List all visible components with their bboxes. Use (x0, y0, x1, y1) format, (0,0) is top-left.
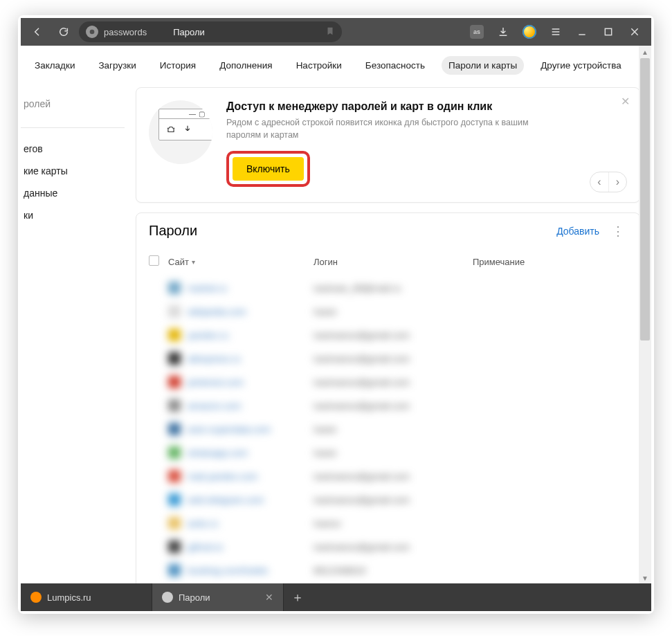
nav-tab[interactable]: Дополнения (212, 56, 279, 75)
tab-strip: Lumpics.ruПароли✕ ＋ (21, 583, 651, 611)
row-site: wikipedia.com (188, 307, 314, 317)
extension-lastfm-icon[interactable]: as (466, 21, 488, 43)
row-login: ivanivanov@gmail.com (314, 495, 473, 505)
tab-favicon (30, 592, 42, 603)
table-row[interactable]: aliexpress.ruivanivanov@gmail.com (149, 347, 627, 370)
site-favicon (168, 352, 181, 365)
site-favicon (168, 305, 181, 318)
add-password-button[interactable]: Добавить (556, 226, 599, 237)
row-login: ivanivanov@gmail.com (314, 354, 473, 364)
row-site: booking.com/hotels (188, 565, 314, 576)
site-favicon (168, 399, 181, 412)
table-row[interactable]: avito.ruIvanov (149, 511, 627, 535)
address-bar[interactable]: passwords Пароли (79, 21, 342, 42)
site-favicon (168, 540, 181, 553)
browser-tab[interactable]: Lumpics.ru (21, 583, 152, 611)
site-favicon (168, 376, 181, 388)
row-site: pinterest.com (188, 377, 314, 388)
chevron-down-icon: ▾ (192, 258, 195, 266)
promo-next-button[interactable]: › (608, 172, 626, 192)
address-title: Пароли (173, 27, 205, 37)
sidebar-item[interactable]: егов (21, 138, 125, 160)
scroll-up-button[interactable]: ▲ (639, 46, 651, 58)
sidebar-item[interactable]: ки (21, 204, 125, 226)
select-all-checkbox[interactable] (149, 255, 159, 266)
row-site: auto-superdata.com (188, 424, 314, 435)
sidebar: ролей еговкие картыданныеки (21, 84, 125, 584)
more-menu-button[interactable]: ⋮ (609, 224, 627, 239)
nav-tab[interactable]: Закладки (28, 56, 82, 75)
row-login: ivanivanov@gmail.com (314, 377, 473, 388)
promo-pager: ‹ › (590, 172, 627, 192)
scroll-down-button[interactable]: ▼ (639, 572, 651, 584)
window-maximize-button[interactable] (597, 21, 619, 43)
row-site: web.telegram.com (188, 495, 314, 505)
row-site: mail.yandex.com (188, 471, 314, 482)
row-site: amazon.com (188, 401, 314, 411)
table-row[interactable]: auto-superdata.comIvane (149, 417, 627, 441)
row-login: Ivanov (314, 518, 473, 529)
svg-rect-1 (605, 28, 611, 35)
row-login: Ivane (314, 424, 473, 435)
table-row[interactable]: yandex.ruivanivanov@gmail.com (149, 323, 627, 347)
promo-prev-button[interactable]: ‹ (590, 172, 608, 192)
window-minimize-button[interactable] (571, 21, 593, 43)
window-close-button[interactable] (624, 21, 646, 43)
table-row[interactable]: wikipedia.comIvane (149, 300, 627, 323)
panel-title: Пароли (149, 223, 556, 239)
site-favicon (168, 423, 181, 435)
site-favicon (168, 564, 181, 576)
vertical-scrollbar[interactable]: ▲ ▼ (639, 46, 651, 584)
nav-tab[interactable]: История (153, 56, 203, 75)
promo-illustration: —▢✕ (149, 100, 212, 164)
enable-button[interactable]: Включить (233, 157, 304, 181)
table-row[interactable]: booking.com/hotels8912348819 (149, 558, 627, 582)
tab-label: Пароли (179, 592, 210, 603)
weather-icon[interactable] (518, 21, 541, 43)
column-site-header[interactable]: Сайт ▾ (168, 257, 314, 267)
sidebar-search-input[interactable]: ролей (21, 94, 125, 118)
site-favicon (168, 329, 181, 341)
downloads-button[interactable] (492, 21, 514, 43)
table-row[interactable]: mail.yandex.comivanivanov@gmail.com (149, 464, 627, 488)
new-tab-button[interactable]: ＋ (284, 583, 311, 611)
promo-close-button[interactable]: ✕ (621, 95, 630, 108)
table-row[interactable]: amazon.comivanivanov@gmail.com (149, 394, 627, 417)
site-identity-icon (86, 26, 98, 38)
row-site: avito.ru (188, 518, 314, 529)
table-row[interactable]: market.ruivanivan_89@mail.ru (149, 276, 627, 300)
browser-tab[interactable]: Пароли✕ (152, 583, 284, 611)
table-header: Сайт ▾ Логин Примечание (149, 251, 627, 276)
table-row[interactable]: web.telegram.comivanivanov@gmail.com (149, 488, 627, 511)
column-login-header[interactable]: Логин (314, 257, 473, 267)
nav-tab[interactable]: Загрузки (91, 56, 143, 75)
sidebar-item[interactable]: кие карты (21, 160, 125, 182)
row-login: ivanivanov@gmail.com (314, 330, 473, 340)
promo-description: Рядом с адресной строкой появится иконка… (226, 117, 559, 141)
settings-nav: ЗакладкиЗагрузкиИсторияДополненияНастрой… (21, 46, 651, 84)
scroll-thumb[interactable] (640, 58, 650, 340)
reload-button[interactable] (53, 21, 75, 43)
row-site: market.ru (188, 283, 314, 293)
column-note-header[interactable]: Примечание (473, 257, 627, 267)
tab-favicon (162, 592, 173, 603)
site-favicon (168, 470, 181, 482)
bookmark-icon[interactable] (325, 26, 335, 38)
row-site: yandex.ru (188, 330, 314, 340)
promo-title: Доступ к менеджеру паролей и карт в один… (226, 100, 559, 113)
sidebar-item[interactable]: данные (21, 182, 125, 204)
table-row[interactable]: github.ioivanivanov@gmail.com (149, 535, 627, 558)
nav-tab[interactable]: Другие устройства (534, 56, 628, 75)
row-login: Ivane (314, 448, 473, 458)
nav-tab[interactable]: Безопасность (358, 56, 432, 75)
menu-button[interactable] (545, 21, 567, 43)
table-row[interactable]: whatsapp.comIvane (149, 441, 627, 464)
nav-tab[interactable]: Пароли и карты (442, 56, 524, 75)
divider (21, 127, 125, 128)
back-button[interactable] (26, 21, 48, 43)
row-login: ivanivanov@gmail.com (314, 542, 473, 552)
table-row[interactable]: pinterest.comivanivanov@gmail.com (149, 370, 627, 394)
nav-tab[interactable]: Настройки (289, 56, 349, 75)
promo-card: —▢✕ Доступ к менеджеру паролей и карт в … (136, 87, 640, 203)
tab-close-button[interactable]: ✕ (265, 592, 273, 603)
